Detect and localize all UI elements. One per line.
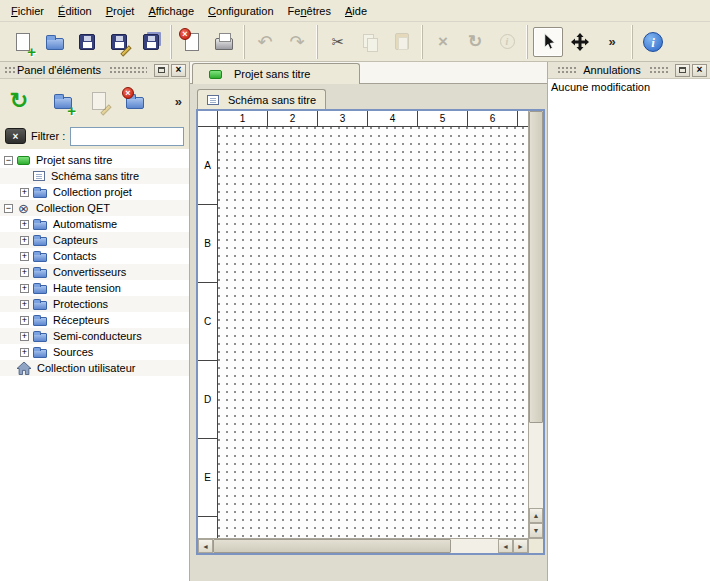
tree-expander[interactable]: +: [20, 268, 29, 277]
menu-fenetres[interactable]: Fenêtres: [281, 2, 338, 20]
tab-schema-sans-titre[interactable]: Schéma sans titre: [197, 89, 326, 109]
ruler-columns: 123456: [218, 111, 528, 127]
pan-mode-button[interactable]: [565, 27, 595, 57]
tree-expander[interactable]: +: [20, 332, 29, 341]
open-project-button[interactable]: [40, 27, 70, 57]
save-as-button[interactable]: [104, 27, 134, 57]
tabbar-empty-area: [360, 62, 547, 83]
menubar: FichierÉditionProjetAffichageConfigurati…: [0, 0, 710, 22]
menu-fichier[interactable]: Fichier: [4, 2, 51, 20]
horizontal-scrollbar-track[interactable]: [451, 539, 498, 553]
save-all-button[interactable]: [136, 27, 166, 57]
element-info-button: i: [492, 27, 522, 57]
diagram-canvas[interactable]: [218, 127, 528, 538]
tree-expander[interactable]: +: [20, 316, 29, 325]
menu-projet[interactable]: Projet: [99, 2, 142, 20]
tree-item-capteurs[interactable]: +Capteurs: [0, 232, 189, 248]
new-element-button[interactable]: +: [48, 86, 78, 116]
float-icon: [679, 67, 686, 73]
tree-item-label: Protections: [51, 298, 110, 310]
tree-item-haute-tension[interactable]: +Haute tension: [0, 280, 189, 296]
scroll-up-button[interactable]: ▲: [529, 508, 543, 523]
tree-item-collection-projet[interactable]: +Collection projet: [0, 184, 189, 200]
reload-collections-button[interactable]: ↻: [4, 86, 34, 116]
undo-panel-titlebar[interactable]: Annulations ×: [548, 62, 710, 79]
left-arrow-icon: ◄: [202, 543, 209, 550]
clear-filter-icon: ×: [13, 131, 19, 142]
tree-item-label: Semi-conducteurs: [51, 330, 144, 342]
scroll-down-button[interactable]: ▼: [529, 523, 543, 538]
folder-icon: [33, 349, 47, 358]
scroll-left-button[interactable]: ◄: [198, 539, 213, 553]
tree-item-semi-conducteurs[interactable]: +Semi-conducteurs: [0, 328, 189, 344]
tree-item-convertisseurs[interactable]: +Convertisseurs: [0, 264, 189, 280]
float-panel-button[interactable]: [675, 64, 690, 77]
elements-tree: −Projet sans titreSchéma sans titre+Coll…: [0, 149, 189, 581]
scroll-right-button[interactable]: ►: [513, 539, 528, 553]
tree-expander[interactable]: −: [4, 156, 13, 165]
mdi-workspace: Schéma sans titre 123456 ▲ ▼ ABCDE: [190, 84, 547, 581]
tree-item-schema-sans-titre[interactable]: Schéma sans titre: [0, 168, 189, 184]
elements-toolbar-overflow[interactable]: »: [175, 94, 182, 109]
tree-item-automatisme[interactable]: +Automatisme: [0, 216, 189, 232]
toolbar-group: +: [3, 25, 171, 59]
tab-projet-sans-titre[interactable]: Projet sans titre: [192, 63, 360, 84]
copy-icon: [362, 34, 378, 50]
tree-expander[interactable]: +: [20, 236, 29, 245]
tree-item-recepteurs[interactable]: +Récepteurs: [0, 312, 189, 328]
copy-button: [355, 27, 385, 57]
tree-expander[interactable]: +: [20, 348, 29, 357]
tree-expander[interactable]: +: [20, 188, 29, 197]
menu-affichage[interactable]: Affichage: [141, 2, 201, 20]
ruler-rows: ABCDE: [198, 127, 218, 538]
mdi-area: Projet sans titre Schéma sans titre 1234…: [190, 62, 547, 581]
tree-expander[interactable]: +: [20, 300, 29, 309]
close-document-button[interactable]: ×: [177, 27, 207, 57]
main-toolbar: +×↶↷✂×↻i»i: [0, 22, 710, 62]
close-panel-button[interactable]: ×: [171, 64, 186, 77]
menu-configuration[interactable]: Configuration: [201, 2, 280, 20]
print-button[interactable]: [209, 27, 239, 57]
folder-icon: [33, 221, 47, 230]
tree-item-contacts[interactable]: +Contacts: [0, 248, 189, 264]
scroll-left-button-2[interactable]: ◄: [498, 539, 513, 553]
vertical-scrollbar[interactable]: ▲ ▼: [528, 111, 543, 538]
tree-expander[interactable]: +: [20, 284, 29, 293]
paste-button: [387, 27, 417, 57]
tree-item-collection-qet[interactable]: −⊗Collection QET: [0, 200, 189, 216]
tree-expander[interactable]: +: [20, 252, 29, 261]
folder-icon: [33, 333, 47, 342]
select-mode-button[interactable]: [533, 27, 563, 57]
menu-edition[interactable]: Édition: [51, 2, 99, 20]
vertical-scrollbar-track[interactable]: [529, 423, 543, 508]
ruler-column-label: 6: [468, 111, 518, 126]
about-button[interactable]: i: [638, 27, 668, 57]
save-button[interactable]: [72, 27, 102, 57]
ruler-corner: [198, 111, 218, 127]
tree-expander[interactable]: +: [20, 220, 29, 229]
cut-button: ✂: [323, 27, 353, 57]
tree-item-label: Schéma sans titre: [49, 170, 141, 182]
tree-item-collection-utilisateur[interactable]: Collection utilisateur: [0, 360, 189, 376]
horizontal-scrollbar[interactable]: ◄ ◄ ►: [198, 538, 528, 553]
new-document-button[interactable]: +: [8, 27, 38, 57]
folder-icon: [33, 317, 47, 326]
close-panel-button[interactable]: ×: [692, 64, 707, 77]
ruler-column-label: 3: [318, 111, 368, 126]
toolbar-overflow-button[interactable]: »: [597, 27, 627, 57]
filter-input[interactable]: [70, 127, 184, 146]
horizontal-scrollbar-thumb[interactable]: [213, 539, 451, 553]
clear-filter-button[interactable]: ×: [5, 128, 26, 144]
tree-item-sources[interactable]: +Sources: [0, 344, 189, 360]
tree-item-projet-sans-titre[interactable]: −Projet sans titre: [0, 152, 189, 168]
vertical-scrollbar-thumb[interactable]: [529, 111, 543, 423]
tree-item-protections[interactable]: +Protections: [0, 296, 189, 312]
paste-icon: [395, 33, 409, 50]
tree-expander[interactable]: −: [4, 204, 13, 213]
elements-panel-titlebar[interactable]: Panel d'éléments ×: [0, 62, 189, 79]
delete-element-button[interactable]: ×: [120, 86, 150, 116]
menu-aide[interactable]: Aide: [338, 2, 374, 20]
float-panel-button[interactable]: [154, 64, 169, 77]
qet-icon: ⊗: [17, 202, 30, 215]
tree-item-label: Automatisme: [51, 218, 119, 230]
